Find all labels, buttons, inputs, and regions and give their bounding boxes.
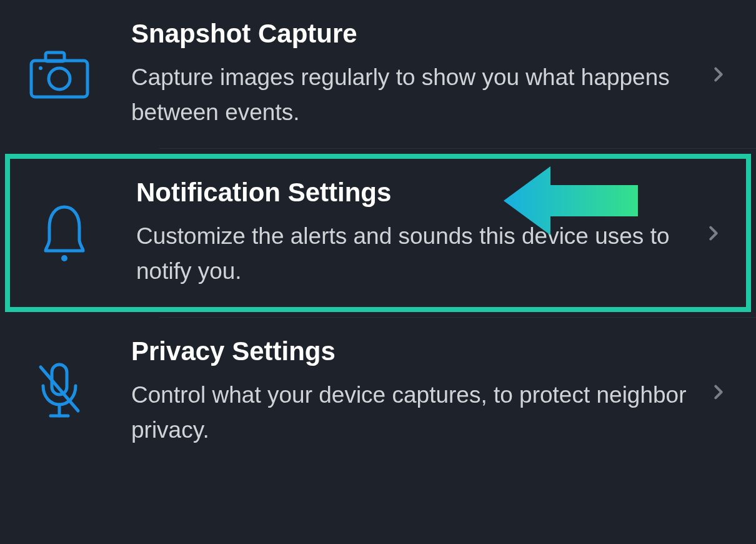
chevron-right-icon — [706, 66, 731, 83]
mic-off-icon — [25, 358, 94, 426]
settings-list: Snapshot Capture Capture images regularl… — [0, 0, 756, 466]
text-container: Privacy Settings Control what your devic… — [131, 336, 694, 447]
settings-item-notification-settings[interactable]: Notification Settings Customize the aler… — [5, 154, 751, 312]
settings-item-privacy-settings[interactable]: Privacy Settings Control what your devic… — [0, 318, 756, 466]
text-container: Notification Settings Customize the aler… — [136, 178, 689, 288]
svg-rect-0 — [31, 61, 87, 97]
item-title: Privacy Settings — [131, 336, 694, 366]
camera-icon — [25, 40, 94, 109]
settings-item-snapshot-capture[interactable]: Snapshot Capture Capture images regularl… — [0, 0, 756, 148]
svg-rect-1 — [46, 53, 64, 61]
divider — [159, 148, 756, 149]
chevron-right-icon — [701, 224, 726, 242]
item-title: Snapshot Capture — [131, 19, 694, 49]
svg-point-4 — [61, 255, 67, 261]
item-description: Control what your device captures, to pr… — [131, 378, 694, 447]
item-title: Notification Settings — [136, 178, 689, 208]
svg-point-3 — [39, 66, 42, 70]
bell-icon — [30, 199, 99, 268]
item-description: Customize the alerts and sounds this dev… — [136, 219, 689, 288]
item-description: Capture images regularly to show you wha… — [131, 60, 694, 129]
chevron-right-icon — [706, 383, 731, 401]
svg-point-2 — [49, 68, 70, 89]
text-container: Snapshot Capture Capture images regularl… — [131, 19, 694, 129]
